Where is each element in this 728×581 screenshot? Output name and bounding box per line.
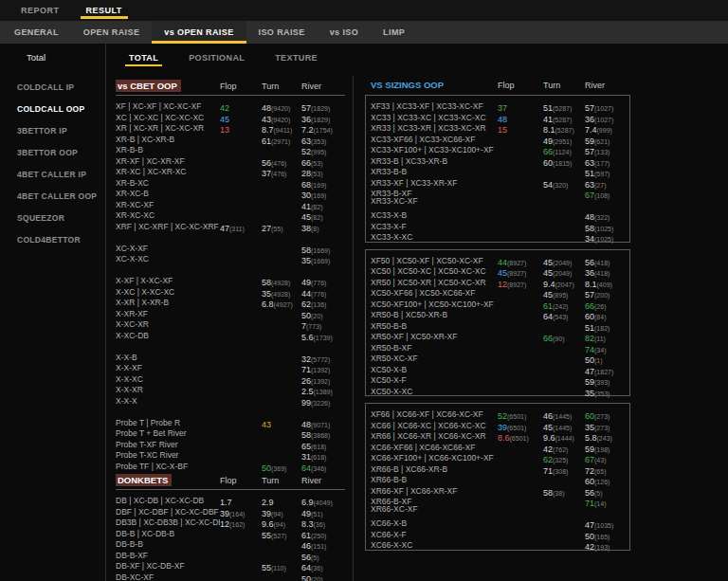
row-label: DB | XC-DB | XC-XC-DB xyxy=(116,496,220,505)
row-label: XR66-B | XC66-XR-B xyxy=(371,464,498,474)
row-label: XRF | XC-XRF | XC-XC-XRF xyxy=(116,222,220,231)
row-label: DB3B | XC-DB3B | XC-XC-DB3B xyxy=(116,517,220,527)
row-label: X-X-B xyxy=(116,353,220,362)
row-label: XC33-X-F xyxy=(371,222,498,231)
turn-value: 37(476) xyxy=(262,163,301,180)
column-header-river: River xyxy=(585,81,625,90)
row-label: XR | XC-XR | XC-XC-XR xyxy=(116,123,220,133)
navbar-tab-general[interactable]: GENERAL xyxy=(2,21,71,44)
navbar-tab-iso-raise[interactable]: ISO RAISE xyxy=(246,21,318,44)
row-label: XC50-X-XC xyxy=(371,387,498,396)
row-label: DB-XF | XC-DB-XF xyxy=(116,561,220,571)
row-label: XR66-XC-XF xyxy=(371,504,498,514)
main-content: vs CBET OOP Flop Turn River XF | XC-XF |… xyxy=(106,76,728,581)
sidebar-item-4bet-caller-oop[interactable]: 4BET CALLER OOP xyxy=(0,185,105,207)
row-label: X-XR-XF xyxy=(116,309,220,318)
row-label: XR-XC-XC xyxy=(116,210,220,220)
row-label: XC50-XF100+ | XC50-XC100+-XF xyxy=(371,300,498,309)
table-row[interactable]: Probe T | Probe R4348(9071) xyxy=(116,414,345,426)
row-label: XR66-B-B xyxy=(371,475,498,484)
table-row[interactable]: XC-X-XF58(1669) xyxy=(116,240,345,251)
table-row[interactable]: X-X-B32(5772) xyxy=(116,349,345,360)
sidebar-item-cold4bettor[interactable]: COLD4BETTOR xyxy=(0,228,105,250)
table-row[interactable]: XF | XC-XF | XC-XC-XF4248(9420)57(1829) xyxy=(116,98,345,109)
row-label: XR-B | XC-XR-B xyxy=(116,135,220,144)
navbar-tab-vs-open-raise[interactable]: vs OPEN RAISE xyxy=(152,21,246,44)
row-label: XR-XC | XC-XR-XC xyxy=(116,167,220,176)
sizing-group-2: XF50 | XC50-XF | XC50-XC-XF44(8927)45(20… xyxy=(365,249,630,397)
subtab-total[interactable]: TOTAL xyxy=(114,44,173,72)
row-label: XR50-B | XC50-XR-B xyxy=(371,310,498,319)
row-label: X-XF | X-XC-XF xyxy=(116,276,220,285)
sizing-group-3: XF66 | XC66-XF | XC66-XC-XF52(6501)46(14… xyxy=(365,403,630,551)
row-label: XR66 | XC66-XR | XC66-XC-XR xyxy=(371,431,498,441)
left-column: vs CBET OOP Flop Turn River XF | XC-XF |… xyxy=(106,76,354,581)
navbar-tab-limp[interactable]: LIMP xyxy=(371,21,417,44)
navbar: GENERALOPEN RAISEvs OPEN RAISEISO RAISEv… xyxy=(0,21,728,44)
river-value: 99(3226) xyxy=(301,392,345,409)
row-label: XC50 | XC50-XC | XC50-XC-XC xyxy=(371,266,498,276)
row-label: XR50-XF | XC50-XR-XF xyxy=(371,332,498,341)
table-row[interactable]: XF50 | XC50-XF | XC50-XC-XF44(8927)45(20… xyxy=(371,252,625,263)
row-label: Probe T + Bet River xyxy=(116,428,220,438)
sidebar-header-total[interactable]: Total xyxy=(0,44,105,76)
river-value: 67(108) xyxy=(585,185,625,202)
flop-value: 12(162) xyxy=(220,514,262,531)
column-header-turn: Turn xyxy=(262,82,301,91)
table-row[interactable]: XC33-X-B48(322) xyxy=(371,207,625,218)
row-label: XC66-X-F xyxy=(371,530,498,539)
subtab-texture[interactable]: TEXTURE xyxy=(260,44,333,72)
topbar: REPORTRESULT xyxy=(0,0,728,22)
turn-value: 58(38) xyxy=(543,482,585,499)
subtab-positional[interactable]: POSITIONAL xyxy=(173,44,260,72)
column-header-turn: Turn xyxy=(262,476,301,485)
table-row[interactable]: XC66-X-B47(1035) xyxy=(371,515,625,526)
row-label: X-X-XR xyxy=(116,385,220,394)
sidebar-item-3bettor-oop[interactable]: 3BETTOR OOP xyxy=(0,141,105,163)
sidebar-items: COLDCALL IPCOLDCALL OOP3BETTOR IP3BETTOR… xyxy=(0,76,105,250)
row-label: XF50 | XC50-XF | XC50-XC-XF xyxy=(371,256,498,265)
row-label: XC33-XF100+ | XC33-XC100+-XF xyxy=(371,145,498,154)
table-row[interactable]: XF66 | XC66-XF | XC66-XC-XF52(6501)46(14… xyxy=(371,406,625,417)
row-label: XR50-B-B xyxy=(371,321,498,331)
river-value: 42(193) xyxy=(585,536,625,554)
row-label: DB-XC-XF xyxy=(116,572,220,581)
table-row[interactable]: DB | XC-DB | XC-XC-DB1.72.96.9(4049) xyxy=(116,492,345,503)
sidebar-item-coldcall-ip[interactable]: COLDCALL IP xyxy=(0,76,105,98)
row-label: Probe TF | XC-X-BF xyxy=(116,462,220,471)
river-value: 50(20) xyxy=(301,569,345,581)
river-value: 35(1669) xyxy=(301,250,345,267)
table-row[interactable]: XF33 | XC33-XF | XC33-XC-XF3751(5287)57(… xyxy=(371,98,625,109)
row-label: XR66-XF | XC66-XR-XF xyxy=(371,486,498,496)
row-label: XF | XC-XF | XC-XC-XF xyxy=(116,101,220,111)
topbar-tab-result[interactable]: RESULT xyxy=(73,0,136,21)
navbar-tab-open-raise[interactable]: OPEN RAISE xyxy=(71,21,153,44)
row-label: X-X-XF xyxy=(116,363,220,372)
row-label: XR-B-B xyxy=(116,145,220,154)
sizing-group-1: XF33 | XC33-XF | XC33-XC-XF3751(5287)57(… xyxy=(365,95,630,243)
turn-value: 71(308) xyxy=(543,461,585,478)
river-value: 5.6(1739) xyxy=(301,327,345,344)
row-label: XR33 | XC33-XR | XC33-XC-XR xyxy=(371,123,498,133)
sidebar-item-4bet-caller-ip[interactable]: 4BET CALLER IP xyxy=(0,163,105,185)
cbet-table-header: vs CBET OOP Flop Turn River xyxy=(116,80,345,96)
table-row[interactable]: X-XF | X-XC-XF58(4928)49(776) xyxy=(116,272,345,283)
navbar-tab-vs-iso[interactable]: vs ISO xyxy=(318,21,371,44)
sizings-section-title: VS SIZINGS OOP xyxy=(371,80,444,90)
row-label: DB-B-B xyxy=(116,539,220,549)
sidebar-item-squeezor[interactable]: SQUEEZOR xyxy=(0,207,105,228)
row-label: XR50 | XC50-XR | XC50-XC-XR xyxy=(371,278,498,287)
row-label: XC66-X-XC xyxy=(371,540,498,550)
sizings-groups: XF33 | XC33-XF | XC33-XC-XF3751(5287)57(… xyxy=(365,95,630,551)
sidebar-item-3bettor-ip[interactable]: 3BETTOR IP xyxy=(0,119,105,141)
row-label: X-X-X xyxy=(116,396,220,406)
row-label: XR50-XC-XF xyxy=(371,354,498,363)
column-header-turn: Turn xyxy=(543,81,585,90)
row-label: Probe T-XF River xyxy=(116,440,220,449)
sidebar-item-coldcall-oop[interactable]: COLDCALL OOP xyxy=(0,98,105,119)
column-header-river: River xyxy=(301,82,345,91)
row-label: XR50-B-XF xyxy=(371,343,498,353)
topbar-tab-report[interactable]: REPORT xyxy=(8,0,73,21)
navbar-tabs: GENERALOPEN RAISEvs OPEN RAISEISO RAISEv… xyxy=(2,21,417,44)
sidebar: Total COLDCALL IPCOLDCALL OOP3BETTOR IP3… xyxy=(0,44,106,581)
